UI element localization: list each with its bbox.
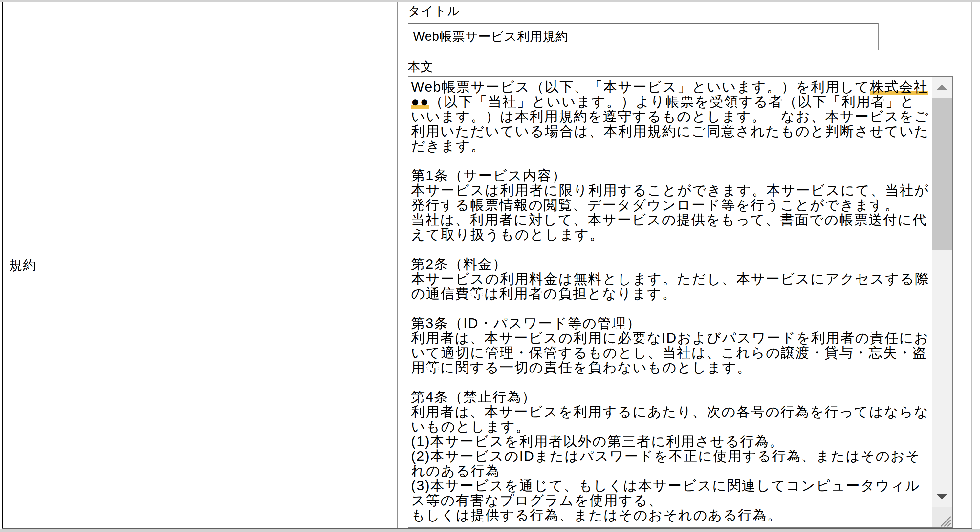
body-text-line: 当社は、利用者に対して、本サービスの提供をもって、書面での帳票送付に代 [411, 212, 930, 227]
body-text-line: (3)本サービスを通じて、もしくは本サービスに関連してコンピュータウィル [411, 478, 930, 493]
body-text-line: (1)本サービスを利用者以外の第三者に利用させる行為。 [411, 434, 930, 449]
body-text-line: の通信費等は利用者の負担となります。 [411, 286, 930, 301]
body-text-line [411, 301, 930, 316]
scroll-down-icon [936, 494, 948, 500]
row-label-kiyaku: 規約 [9, 257, 37, 273]
body-text-line: 用等に関する一切の責任を負わないものとします。 [411, 360, 930, 375]
body-text-line: 第1条（サービス内容） [411, 168, 930, 183]
terms-edit-page: 規約 タイトル 本文 Web帳票サービス（以下、「本サービス」といいます。）を利… [0, 0, 980, 532]
body-text-line: (2)本サービスのIDまたはパスワードを不正に使用する行為、またはそのおそ [411, 449, 930, 464]
title-field-label: タイトル [408, 3, 460, 18]
scrollbar-down-button[interactable] [932, 486, 952, 507]
vertical-scrollbar[interactable] [932, 77, 952, 507]
body-text-line: れのある行為 [411, 464, 930, 478]
body-text-line: もしくは提供する行為、またはそのおそれのある行為。 [411, 508, 930, 522]
body-text-line: ●●（以下「当社」といいます。）より帳票を受領する者（以下「利用者」と [411, 94, 930, 109]
body-text-line: ス等の有害なプログラムを使用する、 [411, 493, 930, 508]
body-text-line [411, 242, 930, 257]
body-text-line: 第4条（禁止行為） [411, 389, 930, 404]
body-text-line: Web帳票サービス（以下、「本サービス」といいます。）を利用して株式会社 [411, 79, 930, 94]
body-textarea[interactable]: Web帳票サービス（以下、「本サービス」といいます。）を利用して株式会社●●（以… [408, 76, 953, 528]
body-text-line: 本サービスの利用料金は無料とします。ただし、本サービスにアクセスする際 [411, 272, 930, 286]
body-field-label: 本文 [408, 59, 433, 74]
scrollbar-up-button[interactable] [932, 77, 952, 97]
resize-grip-icon [937, 513, 951, 527]
scroll-up-icon [936, 84, 948, 90]
body-text-line: いものとします。 [411, 419, 930, 434]
body-text-line: 利用いただいている場合は、本利用規約にご同意されたものと判断させていた [411, 124, 930, 138]
body-text-line: 第2条（料金） [411, 257, 930, 272]
highlighted-text: ●● [411, 94, 430, 109]
table-cell-divider [397, 2, 398, 528]
body-text-line: だきます。 [411, 138, 930, 153]
body-text-line [411, 375, 930, 389]
body-text-line: いて適切に管理・保管するものとし、当社は、これらの譲渡・貸与・忘失・盗 [411, 345, 930, 360]
title-input[interactable] [408, 23, 878, 50]
body-text[interactable]: Web帳票サービス（以下、「本サービス」といいます。）を利用して株式会社●●（以… [409, 77, 931, 527]
body-text-line: 利用者は、本サービスを利用するにあたり、次の各号の行為を行ってはならな [411, 404, 930, 419]
highlighted-text: 株式会社 [870, 79, 928, 95]
body-text-line: 発行する帳票情報の閲覧、データダウンロード等を行うことができます。 [411, 198, 930, 212]
page-bottom-gray-strip [0, 529, 980, 532]
body-text-line: 本サービスは利用者に限り利用することができます。本サービスにて、当社が [411, 183, 930, 198]
body-text-line [411, 153, 930, 168]
body-text-line: 第3条（ID・パスワード等の管理） [411, 316, 930, 330]
scrollbar-thumb[interactable] [932, 98, 952, 250]
body-text-line: いいます。）は本利用規約を遵守するものとします。 なお、本サービスをご [411, 109, 930, 124]
textarea-resize-handle[interactable] [932, 507, 952, 528]
body-text-line: えて取り扱うものとします。 [411, 227, 930, 242]
body-text-line: 利用者は、本サービスの利用に必要なIDおよびパスワードを利用者の責任にお [411, 330, 930, 345]
